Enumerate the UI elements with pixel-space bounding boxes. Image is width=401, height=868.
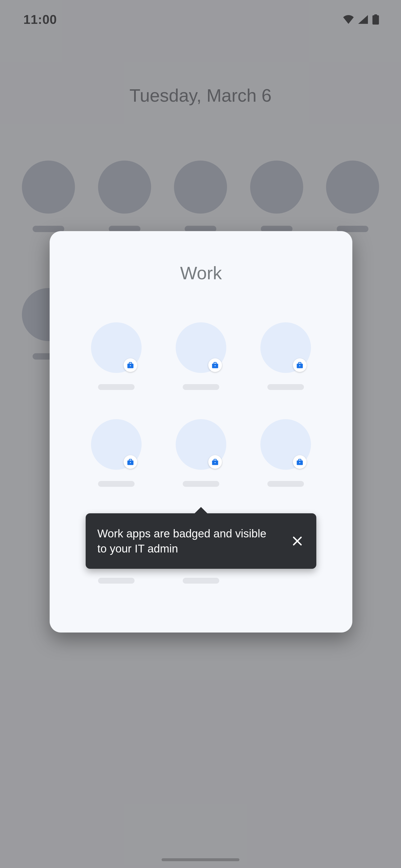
work-app-placeholder[interactable] (85, 419, 148, 487)
work-tooltip: Work apps are badged and visible to your… (86, 513, 316, 569)
app-label-placeholder (268, 481, 304, 487)
app-label-placeholder (98, 481, 134, 487)
svg-point-10 (299, 365, 300, 366)
app-label-placeholder (268, 384, 304, 390)
work-badge (124, 358, 137, 372)
work-app-placeholder[interactable] (169, 322, 233, 390)
app-label-placeholder (98, 578, 134, 584)
tooltip-close-button[interactable] (290, 534, 305, 548)
svg-point-13 (130, 462, 131, 463)
work-app-placeholder[interactable] (254, 419, 317, 487)
svg-point-4 (130, 365, 131, 366)
svg-rect-18 (299, 459, 301, 461)
svg-point-7 (215, 365, 216, 366)
tooltip-arrow (194, 507, 208, 514)
svg-rect-9 (299, 363, 301, 365)
svg-point-16 (215, 462, 216, 463)
work-folder-modal: Work (50, 231, 352, 632)
work-badge (124, 455, 137, 469)
work-app-placeholder[interactable] (85, 322, 148, 390)
svg-rect-15 (214, 459, 216, 461)
svg-rect-6 (214, 363, 216, 365)
svg-point-19 (299, 462, 300, 463)
folder-title: Work (50, 263, 352, 283)
work-badge (208, 455, 222, 469)
app-label-placeholder (183, 481, 219, 487)
work-badge (208, 358, 222, 372)
svg-rect-3 (129, 363, 132, 365)
work-app-placeholder[interactable] (169, 419, 233, 487)
navigation-handle[interactable] (161, 858, 240, 861)
app-label-placeholder (98, 384, 134, 390)
work-badge (293, 358, 307, 372)
close-icon (291, 535, 304, 547)
app-label-placeholder (183, 578, 219, 584)
work-badge (293, 455, 307, 469)
svg-rect-12 (129, 459, 132, 461)
work-app-placeholder[interactable] (254, 322, 317, 390)
phone-screen: 11:00 Tuesday, March 6 Work (0, 0, 401, 868)
app-label-placeholder (183, 384, 219, 390)
tooltip-text: Work apps are badged and visible to your… (97, 526, 273, 556)
